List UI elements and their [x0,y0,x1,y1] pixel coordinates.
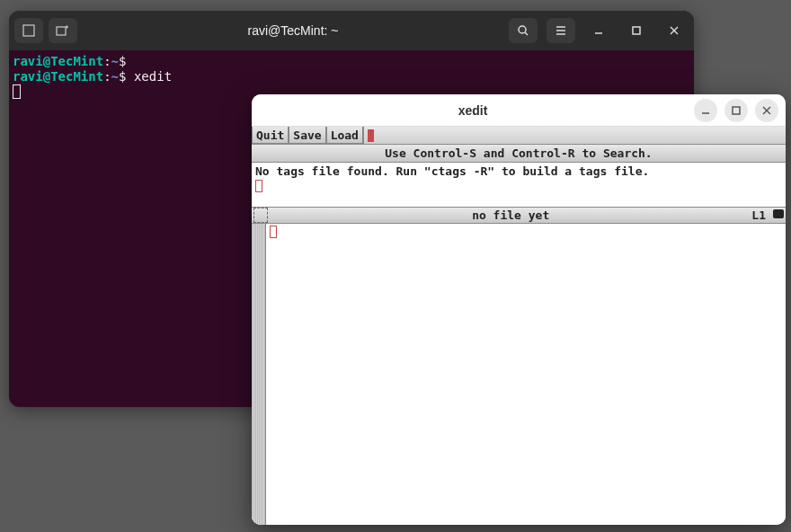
command-text: xedit [134,69,172,84]
status-bar: no file yet L1 [252,208,786,224]
prompt-host: TecMint [50,69,103,84]
maximize-icon [731,105,742,116]
prompt-path: ~ [111,69,119,84]
quit-button[interactable]: Quit [252,127,289,144]
status-grip[interactable] [253,208,268,223]
close-icon [761,105,772,116]
prompt-user: ravi [13,69,43,84]
menu-button[interactable] [547,18,575,43]
terminal-line: ravi@TecMint:~$ xedit [13,69,690,84]
svg-rect-14 [733,107,740,114]
minimize-icon [700,105,711,116]
message-area[interactable]: No tags file found. Run "ctags -R" to bu… [252,163,786,208]
terminal-titlebar: ravi@TecMint: ~ [9,11,694,50]
prompt-path: ~ [111,54,119,68]
minimize-icon [592,24,605,37]
svg-rect-1 [57,27,66,35]
titlebar-left-group [14,18,77,43]
xedit-close-button[interactable] [755,99,778,122]
svg-rect-10 [633,27,640,34]
new-tab-icon [56,24,70,37]
editor-cursor [270,226,277,238]
status-scroll-thumb[interactable] [773,209,784,218]
maximize-button[interactable] [622,18,651,43]
new-tab-button[interactable] [49,18,77,43]
editor-content[interactable] [266,224,786,525]
svg-line-5 [525,32,528,35]
minimize-button[interactable] [584,18,613,43]
terminal-cursor [13,84,21,99]
prompt-symbol: $ [119,69,126,84]
filename-cursor [368,129,374,142]
editor-area [252,224,786,525]
terminal-profile-button[interactable] [14,18,43,43]
svg-point-4 [519,26,526,33]
xedit-titlebar: xedit [252,94,786,127]
hint-bar: Use Control-S and Control-R to Search. [252,145,786,163]
terminal-title: ravi@TecMint: ~ [81,23,505,38]
hamburger-icon [555,24,567,37]
prompt-user: ravi [13,54,43,68]
svg-rect-0 [23,25,34,36]
prompt-symbol: $ [119,54,126,68]
titlebar-right-group [509,18,689,43]
xedit-maximize-button[interactable] [724,99,748,122]
maximize-icon [630,24,643,37]
prompt-host: TecMint [50,54,103,68]
terminal-line: ravi@TecMint:~$ [13,54,690,69]
close-icon [668,24,680,37]
search-button[interactable] [509,18,538,43]
xedit-toolbar: Quit Save Load [252,127,786,145]
filename-input[interactable] [363,127,786,144]
xedit-window: xedit Quit Save Load Use Control-S and C… [252,94,786,525]
save-button[interactable]: Save [289,127,325,144]
message-text: No tags file found. Run "ctags -R" to bu… [255,164,782,178]
editor-scrollbar[interactable] [252,224,266,525]
xedit-minimize-button[interactable] [694,99,717,122]
load-button[interactable]: Load [326,127,363,144]
close-button[interactable] [660,18,689,43]
message-cursor [255,180,262,192]
xedit-title: xedit [259,103,687,118]
search-icon [517,24,529,37]
status-filename: no file yet [270,208,751,222]
terminal-icon [22,24,35,37]
